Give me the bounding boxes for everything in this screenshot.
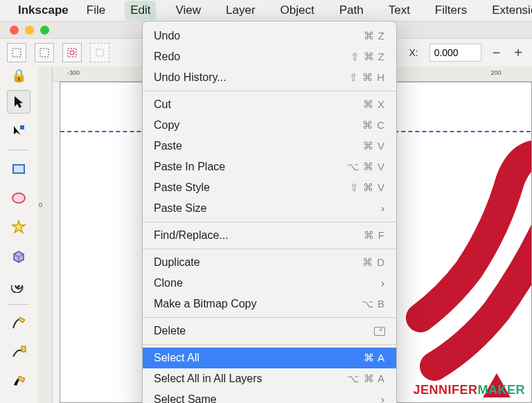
ruler-tick: -300 bbox=[67, 69, 80, 76]
menu-item-copy[interactable]: Copy⌘ C bbox=[143, 115, 396, 136]
calligraphy-tool[interactable] bbox=[7, 370, 30, 393]
bezier-tool[interactable] bbox=[7, 341, 30, 364]
app-name: Inkscape bbox=[18, 3, 69, 17]
ruler-tick: 200 bbox=[490, 69, 501, 76]
menu-file[interactable]: File bbox=[81, 1, 111, 20]
artwork-shape bbox=[393, 138, 532, 401]
svg-rect-5 bbox=[20, 125, 24, 129]
ruler-tick: 0 bbox=[39, 202, 42, 208]
watermark: JENNIFERMAKER bbox=[413, 383, 525, 397]
svg-rect-1 bbox=[40, 48, 48, 57]
increment-button[interactable]: + bbox=[511, 45, 525, 61]
svg-rect-8 bbox=[21, 346, 26, 352]
lock-icon[interactable]: 🔒 bbox=[11, 68, 26, 83]
menu-item-redo[interactable]: Redo⇧ ⌘ Z bbox=[143, 46, 396, 67]
vertical-ruler: 0 bbox=[37, 66, 53, 403]
menu-item-paste[interactable]: Paste⌘ V bbox=[143, 136, 396, 156]
menu-item-duplicate[interactable]: Duplicate⌘ D bbox=[143, 252, 396, 273]
select-mode-button-1[interactable] bbox=[7, 43, 26, 62]
menu-layer[interactable]: Layer bbox=[220, 1, 261, 20]
minimize-window-button[interactable] bbox=[25, 26, 34, 35]
star-tool[interactable] bbox=[7, 215, 30, 239]
menu-item-select-all-in-all-layers[interactable]: Select All in All Layers⌥ ⌘ A bbox=[143, 368, 396, 389]
svg-rect-6 bbox=[13, 165, 24, 173]
rectangle-tool[interactable] bbox=[7, 157, 30, 181]
select-mode-button-3[interactable] bbox=[62, 43, 82, 62]
3dbox-tool[interactable] bbox=[7, 244, 30, 268]
svg-point-7 bbox=[12, 193, 25, 203]
menu-item-paste-size[interactable]: Paste Size› bbox=[143, 198, 396, 219]
close-window-button[interactable] bbox=[10, 26, 19, 35]
edit-menu-dropdown: Undo⌘ ZRedo⇧ ⌘ ZUndo History...⇧ ⌘ HCut⌘… bbox=[142, 21, 397, 403]
menu-edit[interactable]: Edit bbox=[125, 1, 156, 20]
menu-path[interactable]: Path bbox=[334, 1, 369, 20]
menu-item-undo-history-[interactable]: Undo History...⇧ ⌘ H bbox=[143, 67, 396, 88]
menu-item-paste-in-place[interactable]: Paste In Place⌥ ⌘ V bbox=[143, 156, 396, 177]
menu-item-make-a-bitmap-copy[interactable]: Make a Bitmap Copy⌥ B bbox=[143, 294, 396, 314]
menu-item-cut[interactable]: Cut⌘ X bbox=[143, 94, 396, 115]
selector-tool[interactable] bbox=[7, 90, 30, 114]
decrement-button[interactable]: − bbox=[490, 45, 504, 61]
svg-point-3 bbox=[70, 51, 74, 55]
x-coordinate-input[interactable] bbox=[429, 44, 481, 62]
svg-rect-4 bbox=[96, 49, 103, 56]
maximize-window-button[interactable] bbox=[40, 26, 49, 35]
menu-item-select-all[interactable]: Select All⌘ A bbox=[143, 348, 396, 368]
menu-item-find-replace-[interactable]: Find/Replace...⌘ F bbox=[143, 225, 396, 246]
menu-extensions[interactable]: Extension bbox=[486, 1, 532, 20]
menu-text[interactable]: Text bbox=[383, 1, 416, 20]
ellipse-tool[interactable] bbox=[7, 186, 30, 210]
menu-item-delete[interactable]: Delete bbox=[143, 321, 396, 341]
menu-item-clone[interactable]: Clone› bbox=[143, 273, 396, 294]
menu-item-undo[interactable]: Undo⌘ Z bbox=[143, 26, 396, 46]
svg-rect-0 bbox=[12, 48, 21, 57]
menu-object[interactable]: Object bbox=[275, 1, 320, 20]
select-mode-button-2[interactable] bbox=[35, 43, 54, 62]
menu-item-paste-style[interactable]: Paste Style⇧ ⌘ V bbox=[143, 177, 396, 198]
node-tool[interactable] bbox=[7, 119, 30, 143]
select-mode-button-4[interactable] bbox=[90, 43, 109, 62]
menu-view[interactable]: View bbox=[170, 1, 206, 20]
spiral-tool[interactable] bbox=[7, 274, 30, 297]
pencil-tool[interactable] bbox=[7, 312, 30, 335]
mac-menubar: Inkscape File Edit View Layer Object Pat… bbox=[0, 0, 532, 21]
x-coordinate-label: X: bbox=[409, 47, 418, 58]
tool-palette: 🔒 bbox=[0, 66, 37, 403]
menu-item-select-same[interactable]: Select Same› bbox=[143, 389, 396, 403]
menu-filters[interactable]: Filters bbox=[429, 1, 472, 20]
